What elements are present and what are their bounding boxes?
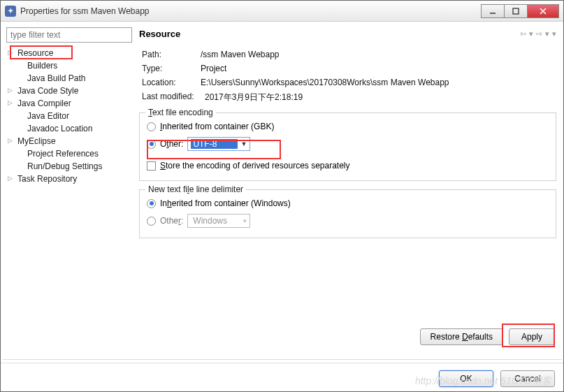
path-value: /ssm Maven Webapp [201, 50, 280, 59]
tree-item-java-compiler[interactable]: Java Compiler [6, 97, 132, 110]
delimiter-combo: Windows ▾ [187, 214, 250, 228]
tree-item-resource[interactable]: Resource [6, 47, 132, 59]
svg-rect-1 [513, 8, 519, 14]
chevron-down-icon: ▼ [238, 140, 247, 147]
window-controls [482, 4, 559, 18]
encoding-inherited-label: Inherited from container (GBK) [160, 122, 274, 131]
path-label: Path: [142, 50, 201, 59]
encoding-other-radio[interactable] [147, 140, 156, 149]
store-encoding-label: Store the encoding of derived resources … [160, 161, 350, 170]
filter-input[interactable] [6, 27, 132, 43]
encoding-combo[interactable]: UTF-8 ▼ [187, 137, 250, 151]
modified-label: Last modified: [142, 92, 205, 103]
resource-properties: Path:/ssm Maven Webapp Type:Project Loca… [138, 45, 558, 108]
delimiter-inherited-label: Inherited from container (Windows) [160, 198, 291, 208]
back-icon[interactable]: ⇦ [520, 29, 526, 38]
modified-value: 2017年3月9日下午2:18:19 [205, 92, 303, 103]
restore-defaults-button[interactable]: Restore Defaults [420, 328, 503, 345]
tree-item-myeclipse[interactable]: MyEclipse [6, 135, 132, 147]
titlebar[interactable]: ✦ Properties for ssm Maven Webapp [1, 1, 563, 22]
delimiter-combo-value: Windows [191, 216, 240, 226]
delimiter-other-radio[interactable] [147, 217, 156, 226]
forward-menu-icon[interactable]: ▾ [545, 29, 549, 38]
location-label: Location: [142, 78, 201, 87]
ok-button[interactable]: OK [439, 370, 493, 387]
tree-item-java-editor[interactable]: Java Editor [6, 110, 132, 122]
eclipse-icon: ✦ [5, 6, 16, 17]
category-tree[interactable]: ResourceBuildersJava Build PathJava Code… [6, 45, 132, 351]
encoding-combo-value: UTF-8 [191, 139, 238, 149]
tree-item-task-repository[interactable]: Task Repository [6, 173, 132, 185]
encoding-other-label: Other: [160, 139, 183, 149]
sidebar: ResourceBuildersJava Build PathJava Code… [6, 27, 132, 351]
forward-icon[interactable]: ⇨ [536, 29, 542, 38]
tree-item-builders[interactable]: Builders [6, 59, 132, 72]
page-title: Resource [139, 29, 520, 39]
encoding-inherited-radio[interactable] [147, 122, 156, 131]
panel-buttons: Restore Defaults Apply [138, 323, 558, 351]
delimiter-inherited-radio[interactable] [147, 199, 156, 208]
location-value: E:\Users\Sunny\Workspaces\20170308Works\… [201, 78, 449, 87]
encoding-legend: Text file encoding [145, 108, 216, 117]
tree-item-java-build-path[interactable]: Java Build Path [6, 72, 132, 85]
back-menu-icon[interactable]: ▾ [529, 29, 533, 38]
content-panel: Resource ⇦▾ ⇨▾ ▾ Path:/ssm Maven Webapp … [138, 27, 558, 351]
nav-arrows: ⇦▾ ⇨▾ ▾ [520, 29, 556, 38]
delimiter-group: New text file line delimiter Inherited f… [139, 189, 556, 238]
maximize-button[interactable] [504, 4, 528, 18]
properties-dialog: ✦ Properties for ssm Maven Webapp Resour… [0, 0, 564, 392]
dialog-footer: OK Cancel [1, 363, 563, 391]
type-value: Project [201, 64, 226, 73]
cancel-button[interactable]: Cancel [500, 370, 555, 387]
menu-icon[interactable]: ▾ [552, 29, 556, 38]
minimize-button[interactable] [481, 4, 505, 18]
tree-item-java-code-style[interactable]: Java Code Style [6, 85, 132, 97]
delimiter-legend: New text file line delimiter [145, 184, 246, 194]
store-encoding-checkbox[interactable] [147, 161, 156, 170]
apply-button[interactable]: Apply [509, 328, 555, 345]
tree-item-project-references[interactable]: Project References [6, 147, 132, 160]
delimiter-other-label: Other: [160, 216, 183, 226]
chevron-down-icon: ▾ [240, 217, 247, 224]
tree-item-javadoc-location[interactable]: Javadoc Location [6, 122, 132, 135]
encoding-group: Text file encoding Inherited from contai… [139, 112, 556, 181]
tree-item-run-debug-settings[interactable]: Run/Debug Settings [6, 160, 132, 173]
type-label: Type: [142, 64, 201, 73]
close-button[interactable] [527, 4, 559, 18]
window-title: Properties for ssm Maven Webapp [20, 6, 482, 16]
